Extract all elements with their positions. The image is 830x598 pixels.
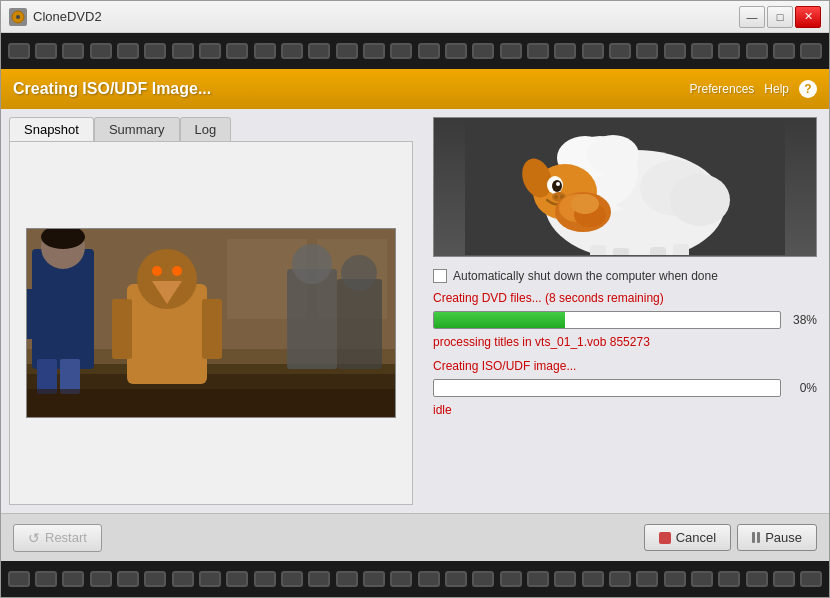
maximize-button[interactable]: □ bbox=[767, 6, 793, 28]
svg-point-47 bbox=[571, 194, 599, 214]
svg-point-40 bbox=[556, 182, 560, 186]
film-hole bbox=[718, 571, 740, 587]
pause-button[interactable]: Pause bbox=[737, 524, 817, 551]
main-window: CloneDVD2 — □ ✕ bbox=[0, 0, 830, 598]
main-content: Snapshot Summary Log bbox=[1, 109, 829, 513]
film-hole bbox=[636, 43, 658, 59]
task1-info: processing titles in vts_01_1.vob 855273 bbox=[433, 335, 817, 349]
film-hole bbox=[390, 43, 412, 59]
film-hole bbox=[308, 571, 330, 587]
svg-rect-48 bbox=[590, 245, 606, 255]
shutdown-checkbox[interactable] bbox=[433, 269, 447, 283]
svg-rect-50 bbox=[650, 247, 666, 255]
film-hole bbox=[254, 571, 276, 587]
film-hole bbox=[35, 571, 57, 587]
footer: ↺ Restart Cancel Pause bbox=[1, 513, 829, 561]
film-hole bbox=[445, 571, 467, 587]
film-hole bbox=[336, 43, 358, 59]
sheep-image-container bbox=[433, 117, 817, 257]
film-hole bbox=[363, 571, 385, 587]
film-hole bbox=[281, 571, 303, 587]
film-hole bbox=[199, 43, 221, 59]
film-hole bbox=[363, 43, 385, 59]
restart-icon: ↺ bbox=[28, 530, 40, 546]
film-hole bbox=[199, 571, 221, 587]
film-hole bbox=[35, 43, 57, 59]
pause-label: Pause bbox=[765, 530, 802, 545]
right-panel: Automatically shut down the computer whe… bbox=[421, 109, 829, 513]
film-hole bbox=[527, 43, 549, 59]
snapshot-image bbox=[26, 228, 396, 418]
svg-rect-12 bbox=[60, 359, 80, 394]
snapshot-area bbox=[10, 142, 412, 504]
svg-point-39 bbox=[552, 180, 562, 192]
film-hole bbox=[554, 571, 576, 587]
film-hole bbox=[144, 43, 166, 59]
film-hole bbox=[582, 571, 604, 587]
svg-point-35 bbox=[587, 135, 639, 175]
checkbox-row: Automatically shut down the computer whe… bbox=[433, 269, 817, 283]
restart-label: Restart bbox=[45, 530, 87, 545]
film-hole bbox=[117, 571, 139, 587]
film-hole bbox=[582, 43, 604, 59]
help-button[interactable]: ? bbox=[799, 80, 817, 98]
film-hole bbox=[773, 571, 795, 587]
film-hole bbox=[254, 43, 276, 59]
task1-label: Creating DVD files... (8 seconds remaini… bbox=[433, 291, 817, 305]
film-hole bbox=[664, 43, 686, 59]
tab-log[interactable]: Log bbox=[180, 117, 232, 141]
task1-progress-row: 38% bbox=[433, 311, 817, 329]
film-hole bbox=[390, 571, 412, 587]
film-hole bbox=[308, 43, 330, 59]
film-strip-top bbox=[1, 33, 829, 69]
svg-rect-13 bbox=[27, 289, 39, 339]
window-controls: — □ ✕ bbox=[739, 6, 821, 28]
cancel-button[interactable]: Cancel bbox=[644, 524, 731, 551]
tab-bar: Snapshot Summary Log bbox=[9, 117, 413, 141]
film-hole bbox=[226, 571, 248, 587]
status-text: idle bbox=[433, 403, 817, 417]
svg-point-17 bbox=[152, 266, 162, 276]
film-hole bbox=[500, 43, 522, 59]
film-hole bbox=[500, 571, 522, 587]
shutdown-label: Automatically shut down the computer whe… bbox=[453, 269, 718, 283]
svg-point-32 bbox=[670, 174, 730, 226]
preferences-link[interactable]: Preferences bbox=[690, 82, 755, 96]
header-title: Creating ISO/UDF Image... bbox=[13, 80, 211, 98]
film-hole bbox=[554, 43, 576, 59]
film-hole bbox=[609, 43, 631, 59]
svg-rect-11 bbox=[37, 359, 57, 394]
film-hole bbox=[90, 571, 112, 587]
svg-point-1 bbox=[16, 15, 20, 19]
task2-progress-bar-bg bbox=[433, 379, 781, 397]
film-hole bbox=[281, 43, 303, 59]
task2-progress-row: 0% bbox=[433, 379, 817, 397]
film-hole bbox=[172, 43, 194, 59]
film-hole bbox=[62, 43, 84, 59]
svg-rect-19 bbox=[112, 299, 132, 359]
svg-rect-51 bbox=[673, 244, 689, 255]
scene-svg bbox=[27, 229, 396, 418]
film-hole bbox=[418, 43, 440, 59]
close-button[interactable]: ✕ bbox=[795, 6, 821, 28]
svg-point-24 bbox=[341, 255, 377, 291]
minimize-button[interactable]: — bbox=[739, 6, 765, 28]
film-hole bbox=[172, 571, 194, 587]
film-hole bbox=[90, 43, 112, 59]
film-hole bbox=[664, 571, 686, 587]
help-link[interactable]: Help bbox=[764, 82, 789, 96]
film-hole bbox=[691, 571, 713, 587]
film-hole bbox=[336, 571, 358, 587]
footer-right: Cancel Pause bbox=[644, 524, 817, 551]
svg-point-42 bbox=[554, 195, 558, 199]
tab-summary[interactable]: Summary bbox=[94, 117, 180, 141]
header-links: Preferences Help ? bbox=[690, 80, 817, 98]
task1-progress-bar-bg bbox=[433, 311, 781, 329]
film-hole bbox=[418, 571, 440, 587]
film-hole bbox=[8, 571, 30, 587]
task1-progress-bar-fill bbox=[434, 312, 565, 328]
svg-rect-23 bbox=[337, 279, 382, 369]
pause-bar-1 bbox=[752, 532, 755, 543]
tab-snapshot[interactable]: Snapshot bbox=[9, 117, 94, 141]
restart-button[interactable]: ↺ Restart bbox=[13, 524, 102, 552]
